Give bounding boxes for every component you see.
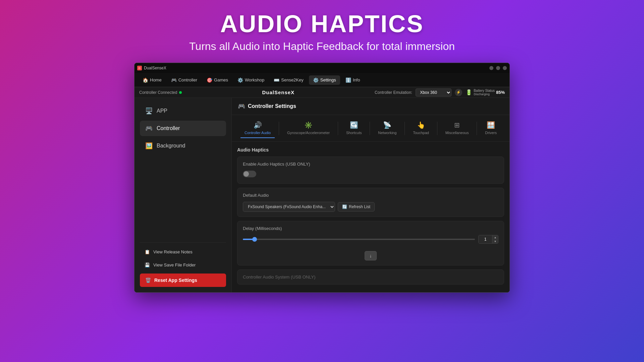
delay-slider-row: ▲ ▼ bbox=[243, 235, 498, 244]
delay-spin-down[interactable]: ▼ bbox=[492, 239, 498, 243]
nav-settings[interactable]: ⚙️ Settings bbox=[309, 75, 340, 85]
sidebar-bottom: 📋 View Release Notes 💾 View Save File Fo… bbox=[140, 242, 226, 287]
delay-spinners: ▲ ▼ bbox=[492, 235, 498, 243]
sense2key-icon: ⌨️ bbox=[274, 77, 279, 83]
title-bar: D DualSenseX — □ ✕ bbox=[135, 63, 509, 73]
delay-slider-track[interactable] bbox=[243, 239, 475, 240]
tab-networking[interactable]: 📡 Networking bbox=[374, 118, 400, 138]
info-icon: ℹ️ bbox=[345, 77, 351, 83]
panel-title: Controller Settings bbox=[248, 103, 296, 109]
nav-workshop[interactable]: ⚙️ Workshop bbox=[233, 75, 268, 85]
connection-label: Controller Connected bbox=[139, 90, 177, 95]
title-bar-controls[interactable]: — □ ✕ bbox=[489, 66, 507, 70]
reset-app-settings-button[interactable]: 🗑️ Reset App Settings bbox=[140, 274, 226, 287]
audio-device-select[interactable]: FxSound Speakers (FxSound Audio Enha... bbox=[243, 202, 335, 212]
view-save-folder-button[interactable]: 💾 View Save File Folder bbox=[140, 259, 226, 271]
controller-icon: 🎮 bbox=[171, 77, 177, 83]
enable-audio-haptics-card: Enable Audio Haptics (USB ONLY) bbox=[237, 157, 504, 184]
sidebar-item-controller[interactable]: 🎮 Controller bbox=[140, 121, 226, 136]
default-audio-title: Default Audio bbox=[243, 193, 498, 198]
release-notes-label: View Release Notes bbox=[153, 249, 193, 254]
tab-gyroscope[interactable]: ✳️ Gyroscope/Accelerometer bbox=[283, 118, 334, 138]
window-title: DualSenseX bbox=[144, 66, 166, 70]
nav-sense2key-label: Sense2Key bbox=[281, 77, 304, 82]
enable-audio-haptics-title: Enable Audio Haptics (USB ONLY) bbox=[243, 162, 498, 167]
sidebar: 🖥️ APP 🎮 Controller 🖼️ Background 📋 View… bbox=[135, 98, 232, 292]
battery-status-label: Battery Status bbox=[474, 89, 495, 93]
settings-icon: ⚙️ bbox=[313, 77, 319, 83]
delay-spin-up[interactable]: ▲ bbox=[492, 235, 498, 239]
status-bar: Controller Connected DualSenseX Controll… bbox=[135, 87, 509, 98]
refresh-list-label: Refresh List bbox=[349, 204, 370, 209]
delay-card: Delay (Milliseconds) ▲ ▼ bbox=[237, 221, 504, 265]
app-icon: D bbox=[137, 66, 142, 70]
battery-icon: 🔋 bbox=[466, 89, 472, 96]
close-button[interactable]: ✕ bbox=[503, 66, 507, 70]
battery-percent: 85% bbox=[496, 90, 505, 95]
tab-separator-1 bbox=[279, 122, 279, 135]
tab-controller-audio-label: Controller Audio bbox=[245, 131, 271, 135]
sidebar-item-app[interactable]: 🖥️ APP bbox=[140, 103, 226, 119]
tab-separator-4 bbox=[405, 122, 405, 135]
drivers-icon: 🪟 bbox=[487, 121, 495, 129]
bottom-hint-card: Controller Audio System (USB ONLY) bbox=[237, 269, 504, 285]
nav-bar: 🏠 Home 🎮 Controller 🎯 Games ⚙️ Workshop … bbox=[135, 73, 509, 87]
hero-subtitle: Turns all Audio into Haptic Feedback for… bbox=[0, 40, 644, 53]
view-release-notes-button[interactable]: 📋 View Release Notes bbox=[140, 246, 226, 258]
tab-separator-6 bbox=[477, 122, 477, 135]
app-name-label: DualSenseX bbox=[262, 89, 294, 95]
emulation-label: Controller Emulation: bbox=[375, 90, 412, 95]
minimize-button[interactable]: — bbox=[489, 66, 493, 70]
emulation-select[interactable]: Xbox 360 DualShock 4 bbox=[416, 88, 451, 97]
tab-miscellaneous[interactable]: ⊞ Miscellaneous bbox=[441, 118, 473, 138]
bottom-hint-text: Controller Audio System (USB ONLY) bbox=[243, 275, 316, 280]
tab-shortcuts-label: Shortcuts bbox=[346, 131, 362, 135]
nav-sense2key[interactable]: ⌨️ Sense2Key bbox=[270, 75, 308, 85]
tab-separator-3 bbox=[370, 122, 370, 135]
default-audio-card: Default Audio FxSound Speakers (FxSound … bbox=[237, 188, 504, 217]
reset-label: Reset App Settings bbox=[154, 278, 197, 283]
tab-touchpad[interactable]: 👆 Touchpad bbox=[409, 118, 433, 138]
battery-sub-label: Discharging bbox=[474, 93, 495, 96]
touchpad-icon: 👆 bbox=[417, 121, 425, 129]
tab-drivers-label: Drivers bbox=[485, 131, 497, 135]
tab-controller-audio[interactable]: 🔊 Controller Audio bbox=[240, 118, 275, 138]
networking-icon: 📡 bbox=[383, 121, 391, 129]
save-folder-label: View Save File Folder bbox=[153, 262, 196, 267]
reset-icon: 🗑️ bbox=[145, 278, 151, 283]
nav-settings-label: Settings bbox=[320, 77, 336, 82]
nav-workshop-label: Workshop bbox=[245, 77, 264, 82]
tab-separator-5 bbox=[437, 122, 437, 135]
games-icon: 🎯 bbox=[207, 77, 212, 83]
refresh-list-button[interactable]: 🔄 Refresh List bbox=[338, 202, 375, 212]
panel-header-icon: 🎮 bbox=[238, 103, 245, 110]
controller-tabs: 🔊 Controller Audio ✳️ Gyroscope/Accelero… bbox=[232, 115, 509, 142]
status-right: Controller Emulation: Xbox 360 DualShock… bbox=[375, 88, 505, 97]
controller-audio-icon: 🔊 bbox=[254, 121, 262, 129]
tab-separator-2 bbox=[338, 122, 338, 135]
workshop-icon: ⚙️ bbox=[237, 77, 243, 83]
nav-info[interactable]: ℹ️ Info bbox=[341, 75, 364, 85]
nav-controller[interactable]: 🎮 Controller bbox=[167, 75, 201, 85]
panel-header: 🎮 Controller Settings bbox=[232, 98, 509, 115]
battery-section: 🔋 Battery Status Discharging 85% bbox=[466, 89, 505, 96]
nav-games[interactable]: 🎯 Games bbox=[203, 75, 232, 85]
status-left: Controller Connected bbox=[139, 90, 182, 95]
background-sidebar-icon: 🖼️ bbox=[145, 142, 153, 149]
enable-audio-haptics-toggle[interactable] bbox=[243, 171, 256, 177]
maximize-button[interactable]: □ bbox=[496, 66, 500, 70]
nav-home[interactable]: 🏠 Home bbox=[139, 75, 166, 85]
tab-shortcuts[interactable]: ↪️ Shortcuts bbox=[342, 118, 366, 138]
shortcuts-icon: ↪️ bbox=[350, 121, 358, 129]
tab-drivers[interactable]: 🪟 Drivers bbox=[481, 118, 501, 138]
audio-haptics-section-title: Audio Haptics bbox=[237, 147, 504, 153]
app-sidebar-icon: 🖥️ bbox=[145, 107, 153, 115]
release-notes-icon: 📋 bbox=[145, 249, 150, 254]
hero-title: AUDIO HAPTICS bbox=[0, 10, 644, 38]
apply-delay-button[interactable]: ↓ bbox=[365, 251, 377, 260]
delay-value-input[interactable] bbox=[479, 235, 492, 243]
sidebar-app-label: APP bbox=[157, 108, 167, 114]
delay-slider-thumb[interactable] bbox=[252, 237, 257, 242]
save-folder-icon: 💾 bbox=[145, 262, 150, 267]
sidebar-item-background[interactable]: 🖼️ Background bbox=[140, 138, 226, 154]
